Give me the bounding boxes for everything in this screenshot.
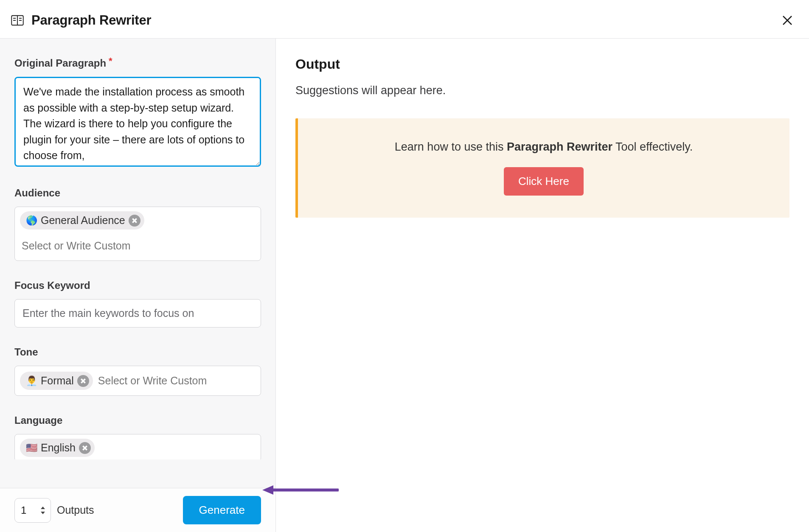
field-audience: Audience 🌎 General Audience [14,187,261,261]
label-text: Original Paragraph [14,57,106,69]
outputs-label: Outputs [57,504,94,516]
field-focus-keyword: Focus Keyword [14,280,261,328]
callout-bold: Paragraph Rewriter [507,140,612,153]
help-callout: Learn how to use this Paragraph Rewriter… [295,118,789,218]
form-scroll: Original Paragraph * Audience 🌎 General … [0,39,275,488]
step-up[interactable] [39,505,46,510]
original-paragraph-label: Original Paragraph * [14,57,261,69]
callout-post: Tool effectively. [612,140,693,153]
left-panel: Original Paragraph * Audience 🌎 General … [0,38,276,532]
footer-bar: 1 Outputs Generate [0,488,275,532]
language-input[interactable]: 🇺🇸 English [14,434,261,459]
audience-text-input[interactable] [20,235,256,256]
svg-marker-15 [41,512,45,514]
quantity-stepper[interactable] [39,505,46,515]
audience-chip: 🌎 General Audience [20,211,144,230]
tone-chip: 👨‍💼 Formal [20,372,93,390]
output-hint: Suggestions will appear here. [295,84,789,97]
flag-us-icon: 🇺🇸 [26,442,37,454]
outputs-count-input[interactable]: 1 [14,498,51,523]
click-here-button[interactable]: Click Here [504,167,584,196]
tone-label: Tone [14,346,261,358]
language-label: Language [14,414,261,426]
outputs-value: 1 [21,504,26,516]
language-chip: 🇺🇸 English [20,439,95,457]
chip-text: General Audience [41,214,125,227]
field-original-paragraph: Original Paragraph * [14,57,261,168]
audience-input[interactable]: 🌎 General Audience [14,207,261,261]
chip-text: Formal [41,375,74,387]
tone-text-input[interactable] [96,370,256,391]
required-asterisk: * [109,56,112,66]
step-down[interactable] [39,510,46,515]
field-language: Language 🇺🇸 English [14,414,261,459]
field-tone: Tone 👨‍💼 Formal [14,346,261,396]
language-chip-remove[interactable] [79,442,91,454]
svg-marker-14 [41,507,45,509]
callout-pre: Learn how to use this [395,140,507,153]
audience-label: Audience [14,187,261,199]
globe-icon: 🌎 [26,215,37,226]
callout-text: Learn how to use this Paragraph Rewriter… [315,140,772,154]
header-left: Paragraph Rewriter [11,13,151,28]
audience-chip-remove[interactable] [129,215,140,227]
focus-keyword-input[interactable] [14,299,261,328]
output-title: Output [295,56,789,72]
focus-keyword-label: Focus Keyword [14,280,261,291]
close-button[interactable] [780,13,795,28]
page-title: Paragraph Rewriter [31,13,151,28]
chip-text: English [41,442,76,454]
outputs-group: 1 Outputs [14,498,94,523]
tone-chip-remove[interactable] [77,375,89,387]
tone-input[interactable]: 👨‍💼 Formal [14,366,261,396]
book-icon [11,15,24,26]
person-icon: 👨‍💼 [26,375,37,386]
original-paragraph-textarea[interactable] [14,77,261,167]
main: Original Paragraph * Audience 🌎 General … [0,38,809,532]
header: Paragraph Rewriter [0,0,809,38]
right-panel: Output Suggestions will appear here. Lea… [276,38,809,532]
generate-button[interactable]: Generate [183,496,261,524]
